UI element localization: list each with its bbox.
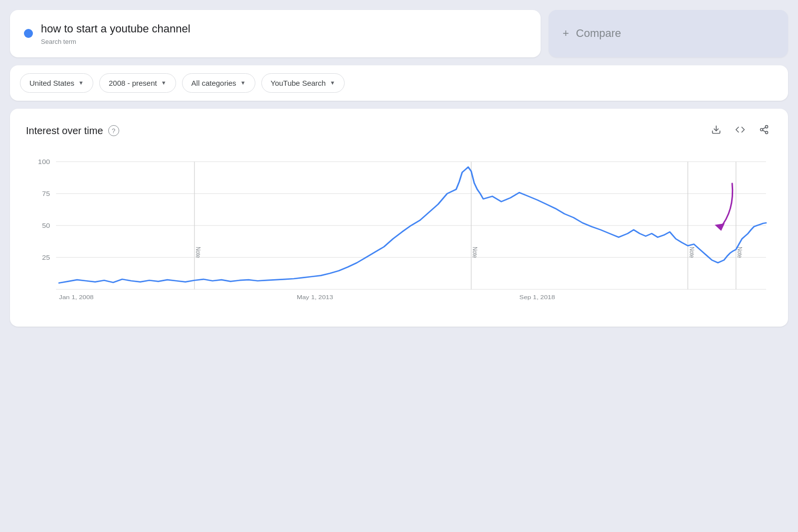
filters-bar: United States ▼ 2008 - present ▼ All cat…	[10, 65, 788, 101]
category-filter[interactable]: All categories ▼	[182, 73, 255, 93]
search-term-card: how to start a youtube channel Search te…	[10, 10, 541, 57]
search-text-group: how to start a youtube channel Search te…	[41, 22, 191, 45]
svg-text:Note: Note	[689, 247, 695, 258]
search-type-filter-label: YouTube Search	[271, 79, 326, 87]
svg-line-5	[763, 127, 766, 129]
trend-chart-svg: 100 75 50 25 Note Note Note Note Jan 1, …	[26, 151, 772, 311]
time-filter-arrow: ▼	[161, 80, 167, 86]
svg-text:Note: Note	[195, 247, 201, 258]
chart-actions	[708, 123, 772, 139]
download-button[interactable]	[708, 123, 724, 139]
region-filter-arrow: ▼	[78, 80, 84, 86]
compare-label: Compare	[576, 27, 621, 40]
category-filter-label: All categories	[192, 79, 236, 87]
svg-text:May 1, 2013: May 1, 2013	[297, 294, 333, 300]
svg-text:Jan 1, 2008: Jan 1, 2008	[59, 294, 93, 300]
svg-text:50: 50	[42, 222, 50, 229]
time-filter-label: 2008 - present	[109, 79, 157, 87]
embed-button[interactable]	[732, 123, 748, 139]
search-type-filter-arrow: ▼	[330, 80, 335, 86]
chart-container: 100 75 50 25 Note Note Note Note Jan 1, …	[26, 151, 772, 311]
svg-text:100: 100	[38, 158, 50, 165]
search-dot-indicator	[24, 29, 33, 38]
chart-title: Interest over time	[26, 125, 103, 137]
compare-plus-icon: +	[563, 27, 569, 40]
chart-header: Interest over time ?	[26, 123, 772, 139]
region-filter-label: United States	[29, 79, 74, 87]
interest-over-time-card: Interest over time ?	[10, 109, 788, 327]
compare-card[interactable]: + Compare	[549, 10, 788, 57]
region-filter[interactable]: United States ▼	[20, 73, 93, 93]
chart-title-group: Interest over time ?	[26, 125, 119, 137]
search-term-label: Search term	[41, 38, 191, 45]
search-type-filter[interactable]: YouTube Search ▼	[261, 73, 345, 93]
search-term-text: how to start a youtube channel	[41, 22, 191, 36]
category-filter-arrow: ▼	[240, 80, 246, 86]
svg-text:Note: Note	[472, 247, 478, 258]
svg-text:25: 25	[42, 254, 50, 261]
share-button[interactable]	[756, 123, 772, 139]
svg-text:75: 75	[42, 190, 50, 197]
time-filter[interactable]: 2008 - present ▼	[99, 73, 176, 93]
svg-text:Sep 1, 2018: Sep 1, 2018	[519, 294, 555, 300]
svg-text:Note: Note	[737, 247, 743, 258]
help-icon[interactable]: ?	[108, 125, 119, 136]
svg-line-4	[763, 130, 766, 132]
